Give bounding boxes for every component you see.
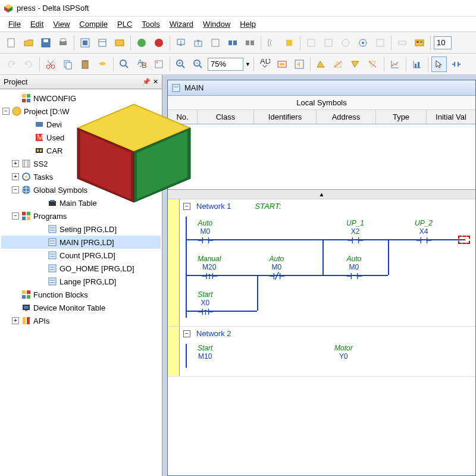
tree-programs[interactable]: − Programs xyxy=(1,209,161,223)
pin-icon[interactable]: 📌 xyxy=(142,78,151,86)
new-icon[interactable] xyxy=(4,35,19,51)
expander-icon[interactable]: + xyxy=(12,160,19,167)
tree-program-gohome[interactable]: GO_HOME [PRG,LD] xyxy=(1,262,161,275)
tree-nwconfig[interactable]: NWCONFIG xyxy=(1,92,161,105)
menu-compile[interactable]: Compile xyxy=(76,18,111,30)
redo-icon[interactable] xyxy=(21,57,36,72)
find-icon[interactable] xyxy=(117,57,132,72)
chart-icon[interactable] xyxy=(387,57,403,72)
toolbar-btn-22[interactable] xyxy=(394,35,410,51)
zoom-level-input[interactable] xyxy=(208,58,243,71)
expander-icon[interactable]: − xyxy=(2,108,10,115)
contact[interactable]: AutoM0⊣ ⊢ xyxy=(198,219,213,245)
symbols-body[interactable] xyxy=(168,124,475,190)
toolbar-btn-19[interactable] xyxy=(338,35,353,51)
tree-device-monitor[interactable]: Device Monitor Table xyxy=(1,301,161,314)
menu-plc[interactable]: PLC xyxy=(114,18,136,30)
col-class[interactable]: Class xyxy=(198,110,254,124)
tree-global-symbols[interactable]: − Global Symbols xyxy=(1,183,161,196)
toolbar2-btn-16[interactable] xyxy=(331,57,346,72)
contact[interactable]: AutoM0⊣ ⊢ xyxy=(346,255,362,281)
addr-icon[interactable]: ADDR xyxy=(257,57,273,72)
tree-tasks[interactable]: + Tasks xyxy=(1,170,161,183)
undo-icon[interactable] xyxy=(4,57,19,72)
chart2-icon[interactable] xyxy=(409,57,425,72)
expander-icon[interactable]: − xyxy=(12,212,19,220)
contact[interactable]: StartM10 xyxy=(198,344,212,361)
paste-icon[interactable] xyxy=(77,57,93,72)
toolbar-btn-13[interactable] xyxy=(225,35,240,51)
tree-program-count[interactable]: Count [PRG,LD] xyxy=(1,249,161,262)
goto-icon[interactable] xyxy=(151,57,167,72)
contact-no-icon[interactable] xyxy=(449,57,464,72)
toolbar-btn-12[interactable] xyxy=(208,35,223,51)
tree-project[interactable]: − Project [D:\W xyxy=(1,105,161,118)
toolbar-btn-14[interactable] xyxy=(242,35,258,51)
contact-rising[interactable]: ManualM20⊣↑⊢ xyxy=(198,255,221,281)
stop-icon[interactable] xyxy=(151,35,167,51)
tree-program-lange[interactable]: Lange [PRG,LD] xyxy=(1,275,161,288)
col-identifiers[interactable]: Identifiers xyxy=(254,110,317,124)
toolbar-btn-7[interactable] xyxy=(112,35,127,51)
contact-rising[interactable]: StartX0⊣↑⊢ xyxy=(198,290,213,317)
toolbar-btn-6[interactable] xyxy=(95,35,110,51)
toolbar2-btn-15[interactable] xyxy=(314,57,329,72)
col-type[interactable]: Type xyxy=(376,110,427,124)
col-no[interactable]: No. xyxy=(168,110,198,124)
tree-function-blocks[interactable]: Function Blocks xyxy=(1,288,161,301)
contact-nc[interactable]: AutoM0⊣/⊢ xyxy=(269,255,284,281)
upload-icon[interactable] xyxy=(190,35,206,51)
tree-ss2[interactable]: + SS2 xyxy=(1,157,161,170)
delete-icon[interactable] xyxy=(95,57,110,72)
tree-program-main[interactable]: MAIN [PRG,LD] xyxy=(1,236,161,249)
dropdown-icon[interactable]: ▼ xyxy=(245,61,250,67)
tree-apis[interactable]: + APIs xyxy=(1,314,161,327)
copy-icon[interactable] xyxy=(60,57,76,72)
col-address[interactable]: Address xyxy=(317,110,376,124)
toolbar-btn-15[interactable] xyxy=(264,35,280,51)
menu-help[interactable]: Help xyxy=(236,18,259,30)
col-initial[interactable]: Initial Val xyxy=(427,110,475,124)
tree-car[interactable]: CAR xyxy=(1,144,161,157)
toolbar-btn-20[interactable] xyxy=(355,35,371,51)
open-icon[interactable] xyxy=(21,35,36,51)
toolbar2-btn-17[interactable] xyxy=(348,57,364,72)
toolbar2-btn-18[interactable] xyxy=(365,57,381,72)
collapse-icon[interactable]: − xyxy=(183,330,190,337)
toolbar-btn-17[interactable] xyxy=(303,35,319,51)
zoom-in-icon[interactable] xyxy=(173,57,189,72)
menu-view[interactable]: View xyxy=(49,18,73,30)
expander-icon[interactable]: + xyxy=(12,317,19,324)
toolbar-btn-21[interactable] xyxy=(372,35,388,51)
toolbar-btn-18[interactable] xyxy=(321,35,336,51)
toolbar-btn-5[interactable] xyxy=(77,35,93,51)
menu-edit[interactable]: Edit xyxy=(27,18,47,30)
menu-window[interactable]: Window xyxy=(199,18,234,30)
close-panel-icon[interactable]: ✕ xyxy=(153,78,158,86)
expander-icon[interactable]: + xyxy=(12,173,19,180)
pointer-icon[interactable] xyxy=(431,57,447,72)
contact[interactable]: UP_1X2⊣ ⊢ xyxy=(346,219,364,245)
zoom-out-icon[interactable] xyxy=(190,57,206,72)
tree-device[interactable]: Devi xyxy=(1,118,161,131)
menu-file[interactable]: File xyxy=(5,18,24,30)
toolbar-btn-23[interactable] xyxy=(412,35,427,51)
download-icon[interactable] xyxy=(173,35,189,51)
toolbar2-btn-13[interactable] xyxy=(274,57,290,72)
menu-wizard[interactable]: Wizard xyxy=(166,18,197,30)
selection-box[interactable] xyxy=(458,236,470,244)
contact[interactable]: UP_2X4⊣ ⊢ xyxy=(415,219,433,245)
tree-used[interactable]: M Used xyxy=(1,131,161,144)
save-icon[interactable] xyxy=(38,35,54,51)
toolbar2-btn-14[interactable] xyxy=(292,57,307,72)
run-icon[interactable] xyxy=(134,35,149,51)
tree-main-table[interactable]: Main Table xyxy=(1,196,161,209)
io-number-input[interactable] xyxy=(434,36,452,49)
scroll-up-icon[interactable]: ▲ xyxy=(168,190,475,199)
replace-icon[interactable]: AB xyxy=(134,57,149,72)
menu-tools[interactable]: Tools xyxy=(138,18,163,30)
expander-icon[interactable]: − xyxy=(12,186,19,193)
ladder-area[interactable]: − Network 1 START: AutoM0⊣ ⊢ UP_1X2⊣ ⊢ xyxy=(168,199,475,475)
collapse-icon[interactable]: − xyxy=(183,203,190,210)
tree-program-seting[interactable]: Seting [PRG,LD] xyxy=(1,223,161,236)
